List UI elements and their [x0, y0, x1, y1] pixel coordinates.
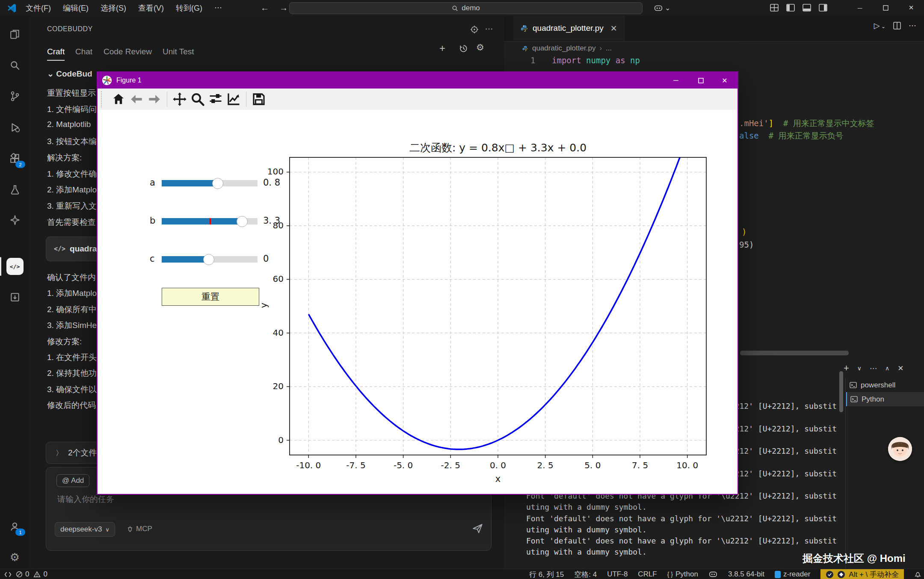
extensions-icon[interactable]: 2 — [0, 148, 30, 170]
window-minimize-button[interactable]: ─ — [847, 0, 873, 15]
slider-handle-a[interactable] — [212, 178, 223, 189]
menubar: 文件(F)编辑(E)选择(S)查看(V)转到(G)⋯ — [21, 1, 227, 15]
back-tool-icon[interactable] — [127, 90, 145, 108]
x-tick-label: 0. 0 — [479, 460, 517, 470]
terminal-dropdown-icon[interactable]: ∨ — [857, 365, 862, 372]
language-mode[interactable]: { }Python — [667, 570, 698, 579]
menu-item-2[interactable]: 选择(S) — [95, 1, 131, 15]
run-debug-icon[interactable] — [0, 116, 30, 139]
terminal-close-icon[interactable]: ✕ — [897, 364, 903, 373]
forward-tool-icon[interactable] — [145, 90, 163, 108]
terminal-new-icon[interactable]: + — [844, 363, 849, 374]
toggle-panel-icon[interactable] — [803, 4, 811, 12]
plot-area[interactable] — [290, 157, 706, 455]
slider-handle-b[interactable] — [237, 216, 248, 227]
notifications-bell-icon[interactable] — [914, 570, 921, 578]
tab-close-icon[interactable]: ✕ — [610, 24, 617, 33]
toolbar-drag-handle[interactable] — [101, 91, 105, 107]
menu-item-3[interactable]: 查看(V) — [133, 1, 169, 15]
terminal-maximize-icon[interactable]: ∧ — [885, 365, 889, 372]
source-control-icon[interactable] — [0, 85, 30, 107]
save-tool-icon[interactable] — [250, 90, 268, 108]
home-tool-icon[interactable] — [110, 90, 127, 108]
terminal-tab-python[interactable]: Python — [846, 392, 924, 406]
send-icon[interactable] — [472, 523, 483, 534]
menu-item-1[interactable]: 编辑(E) — [58, 1, 94, 15]
panel-tab-chat[interactable]: Chat — [75, 47, 92, 60]
figure-minimize-button[interactable]: ─ — [664, 72, 688, 89]
toggle-secondary-sidebar-icon[interactable] — [819, 4, 827, 12]
warnings-indicator[interactable]: 0 — [33, 570, 47, 579]
search-sidebar-icon[interactable] — [0, 54, 30, 77]
account-icon[interactable]: 1 — [0, 515, 30, 538]
slider-handle-c[interactable] — [203, 254, 214, 265]
menu-item-0[interactable]: 文件(F) — [21, 1, 56, 15]
subplots-tool-icon[interactable] — [207, 90, 225, 108]
menu-item-5[interactable]: ⋯ — [209, 1, 227, 15]
completion-status[interactable]: Alt + \ 手动补全 — [820, 569, 904, 579]
settings-gear-icon[interactable]: ⚙ — [0, 546, 30, 568]
figure-titlebar[interactable]: Figure 1 ─ ✕ — [98, 72, 737, 89]
panel-tab-unit-test[interactable]: Unit Test — [163, 47, 194, 60]
panel-tab-code-review[interactable]: Code Review — [104, 47, 152, 60]
terminal-scrollbar[interactable] — [839, 371, 843, 412]
slider-init-marker — [210, 218, 211, 225]
code-line-1[interactable]: import numpy as np — [552, 56, 640, 65]
customize-axes-tool-icon[interactable] — [225, 90, 243, 108]
copilot-status-icon[interactable] — [708, 570, 718, 578]
toggle-sidebar-icon[interactable] — [786, 4, 795, 12]
section-header[interactable]: ⌄ CodeBud — [47, 69, 92, 79]
pan-tool-icon[interactable] — [171, 90, 189, 108]
menu-item-4[interactable]: 转到(G) — [171, 1, 207, 15]
eol[interactable]: CRLF — [638, 570, 657, 579]
deploy-package-icon[interactable] — [0, 286, 30, 308]
figure-close-button[interactable]: ✕ — [713, 72, 737, 89]
tab-strip: quadratic_plotter.py ✕ ▷ ⌄ ⋯ — [504, 16, 924, 41]
z-reader[interactable]: z-reader — [775, 570, 810, 579]
ai-sparkle-icon[interactable] — [0, 209, 30, 231]
avatar[interactable] — [888, 437, 912, 461]
figure-maximize-button[interactable] — [689, 72, 713, 89]
python-runtime[interactable]: 3.8.5 64-bit — [728, 570, 764, 579]
split-editor-icon[interactable] — [893, 22, 901, 30]
explorer-icon[interactable] — [0, 24, 30, 46]
breadcrumb[interactable]: quadratic_plotter.py › ... — [522, 44, 612, 53]
editor-more-icon[interactable]: ⋯ — [909, 21, 916, 30]
panel-more-icon[interactable]: … — [485, 22, 493, 32]
mcp-button[interactable]: MCP — [127, 525, 152, 533]
chat-input-placeholder[interactable]: 请输入你的任务 — [57, 494, 114, 505]
zoom-tool-icon[interactable] — [189, 90, 207, 108]
tab-quadratic-plotter[interactable]: quadratic_plotter.py ✕ — [513, 16, 625, 41]
cursor-position[interactable]: 行 6, 列 15 — [529, 570, 564, 579]
window-maximize-button[interactable] — [873, 0, 898, 15]
errors-indicator[interactable]: 0 — [16, 570, 29, 579]
figure-window-title: Figure 1 — [116, 77, 142, 84]
run-button[interactable]: ▷ ⌄ — [874, 21, 886, 30]
history-icon[interactable] — [459, 44, 468, 53]
nav-back-icon[interactable]: ← — [255, 3, 274, 13]
encoding[interactable]: UTF-8 — [607, 570, 628, 579]
indentation[interactable]: 空格: 4 — [574, 570, 597, 579]
codebuddy-icon-active[interactable]: </> — [0, 255, 30, 278]
customize-layout-icon[interactable] — [770, 4, 779, 12]
terminal-tab-powershell[interactable]: powershell — [846, 378, 924, 392]
test-flask-icon[interactable] — [0, 179, 30, 201]
model-selector[interactable]: deepseek-v3∨ — [55, 522, 115, 537]
terminal-side-divider — [845, 378, 846, 569]
copilot-chevron-icon[interactable]: ⌄ — [665, 4, 670, 12]
vscode-logo — [7, 3, 17, 13]
panel-tab-craft[interactable]: Craft — [47, 47, 65, 61]
panel-settings-icon[interactable]: ⚙ — [476, 42, 484, 53]
add-context-button[interactable]: @ Add — [56, 474, 89, 487]
copilot-icon[interactable] — [654, 4, 663, 12]
command-center-search[interactable]: demo — [289, 2, 643, 14]
reset-button[interactable]: 重置 — [162, 288, 259, 306]
target-icon[interactable] — [470, 25, 479, 34]
terminal-more-icon[interactable]: ⋯ — [870, 364, 877, 373]
activity-bar: 2 </> 1 ⚙ — [0, 16, 30, 569]
new-session-icon[interactable]: + — [439, 42, 445, 54]
editor-hscrollbar[interactable] — [740, 351, 849, 355]
slider-a[interactable] — [162, 180, 258, 186]
remote-icon[interactable] — [4, 571, 12, 578]
window-close-button[interactable]: ✕ — [898, 0, 924, 15]
